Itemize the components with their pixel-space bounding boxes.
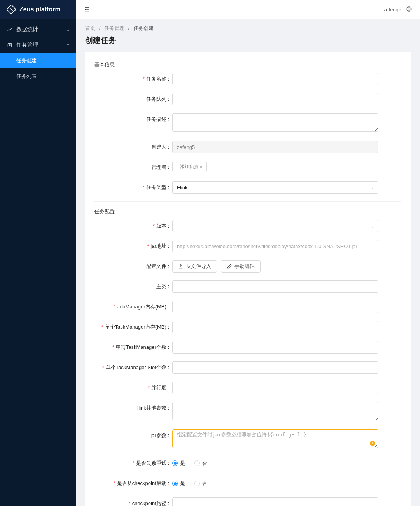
task-queue-input[interactable] bbox=[172, 93, 378, 105]
edit-icon bbox=[227, 264, 232, 269]
label-task-name: *任务名称 : bbox=[94, 73, 172, 85]
sidebar-item-stats[interactable]: 数据统计 ⌄ bbox=[0, 22, 76, 37]
warning-icon: ! bbox=[370, 441, 375, 446]
label-flink-other: flink其他参数 : bbox=[94, 402, 172, 414]
chevron-down-icon: ⌄ bbox=[371, 186, 374, 190]
label-tm-count: *申请TaskManager个数 : bbox=[94, 341, 172, 354]
chevron-down-icon: ⌄ bbox=[66, 28, 70, 32]
jar-params-textarea[interactable] bbox=[172, 429, 378, 448]
svg-line-1 bbox=[10, 8, 12, 11]
label-checkpoint-path: *checkpoint路径 : bbox=[94, 497, 172, 506]
add-manager-button[interactable]: + 添加负责人 bbox=[172, 161, 207, 172]
label-tm-mem: *单个TaskManager内存(MB) : bbox=[94, 321, 172, 333]
label-task-queue: 任务队列 : bbox=[94, 93, 172, 105]
checkpoint-radio-group: 是 否 bbox=[172, 477, 378, 490]
breadcrumb-home[interactable]: 首页 bbox=[85, 25, 95, 31]
chart-icon bbox=[7, 27, 12, 32]
task-desc-textarea[interactable] bbox=[172, 113, 378, 132]
label-config-file: 配置文件 : bbox=[94, 260, 172, 273]
retry-radio-group: 是 否 bbox=[172, 457, 378, 469]
divider bbox=[94, 201, 401, 202]
current-user[interactable]: zefeng5 bbox=[383, 7, 401, 12]
brand-logo: Zeus platform bbox=[0, 0, 76, 19]
tm-mem-input[interactable] bbox=[172, 321, 378, 333]
creator-input bbox=[172, 141, 378, 153]
flink-other-textarea[interactable] bbox=[172, 402, 378, 420]
label-creator: 创建人 : bbox=[94, 141, 172, 153]
breadcrumb: 首页 / 任务管理 / 任务创建 bbox=[76, 19, 420, 32]
sidebar-item-tasks[interactable]: 任务管理 ⌃ bbox=[0, 37, 76, 53]
sidebar-collapse-icon[interactable] bbox=[84, 6, 91, 13]
chevron-down-icon: ⌄ bbox=[371, 224, 374, 228]
brand-title: Zeus platform bbox=[19, 6, 61, 13]
section-basic-title: 基本信息 bbox=[94, 58, 401, 73]
main-class-input[interactable] bbox=[172, 280, 378, 293]
main-content: zefeng5 首页 / 任务管理 / 任务创建 创建任务 基本信息 *任务名称… bbox=[76, 0, 420, 506]
label-manager: 管理者 : bbox=[94, 161, 172, 173]
form-card: 基本信息 *任务名称 : 任务队列 : 任务描述 : 创建人 : 管理者 : bbox=[85, 52, 411, 506]
label-main-class: 主类 : bbox=[94, 280, 172, 293]
upload-icon bbox=[178, 264, 184, 269]
section-config-title: 任务配置 bbox=[94, 205, 401, 220]
jm-mem-input[interactable] bbox=[172, 301, 378, 313]
sidebar-subitem-task-list[interactable]: 任务列表 bbox=[0, 68, 76, 84]
checkpoint-path-input[interactable] bbox=[172, 497, 378, 506]
sidebar: Zeus platform 数据统计 ⌄ 任务管理 ⌃ 任务创建 bbox=[0, 0, 76, 506]
page-title: 创建任务 bbox=[76, 32, 420, 52]
parallelism-input[interactable] bbox=[172, 382, 378, 394]
checkpoint-yes-radio[interactable]: 是 bbox=[172, 480, 185, 487]
plus-icon: + bbox=[176, 164, 178, 169]
globe-icon[interactable] bbox=[406, 6, 412, 13]
label-task-desc: 任务描述 : bbox=[94, 113, 172, 126]
chevron-up-icon: ⌃ bbox=[66, 43, 70, 47]
label-task-type: *任务类型 : bbox=[94, 181, 172, 194]
label-version: *版本 : bbox=[94, 220, 172, 232]
retry-yes-radio[interactable]: 是 bbox=[172, 460, 185, 467]
retry-no-radio[interactable]: 否 bbox=[194, 460, 207, 467]
jar-url-input[interactable] bbox=[172, 240, 378, 252]
tm-slots-input[interactable] bbox=[172, 361, 378, 374]
sidebar-item-label: 数据统计 bbox=[16, 26, 38, 33]
breadcrumb-current: 任务创建 bbox=[133, 25, 154, 31]
label-jar-params: jar参数 : bbox=[94, 429, 172, 442]
label-jm-mem: *JobManager内存(MB) : bbox=[94, 301, 172, 313]
list-icon bbox=[7, 42, 12, 48]
label-from-checkpoint: *是否从checkpoint启动 : bbox=[94, 477, 172, 490]
version-select[interactable]: ⌄ bbox=[172, 220, 378, 232]
task-type-select[interactable]: Flink ⌄ bbox=[172, 181, 378, 194]
topbar: zefeng5 bbox=[76, 0, 420, 19]
label-tm-slots: *单个TaskManager Slot个数 : bbox=[94, 361, 172, 374]
sidebar-item-label: 任务管理 bbox=[16, 42, 38, 49]
sidebar-subitem-task-create[interactable]: 任务创建 bbox=[0, 53, 76, 68]
label-retry: *是否失败重试 : bbox=[94, 457, 172, 469]
label-parallelism: *并行度 : bbox=[94, 382, 172, 394]
tm-count-input[interactable] bbox=[172, 341, 378, 354]
task-name-input[interactable] bbox=[172, 73, 378, 85]
label-jar-url: *jar地址 : bbox=[94, 240, 172, 252]
import-file-button[interactable]: 从文件导入 bbox=[172, 260, 217, 273]
checkpoint-no-radio[interactable]: 否 bbox=[194, 480, 207, 487]
breadcrumb-parent[interactable]: 任务管理 bbox=[104, 25, 124, 31]
logo-icon bbox=[7, 5, 16, 14]
manual-edit-button[interactable]: 手动编辑 bbox=[221, 260, 261, 273]
